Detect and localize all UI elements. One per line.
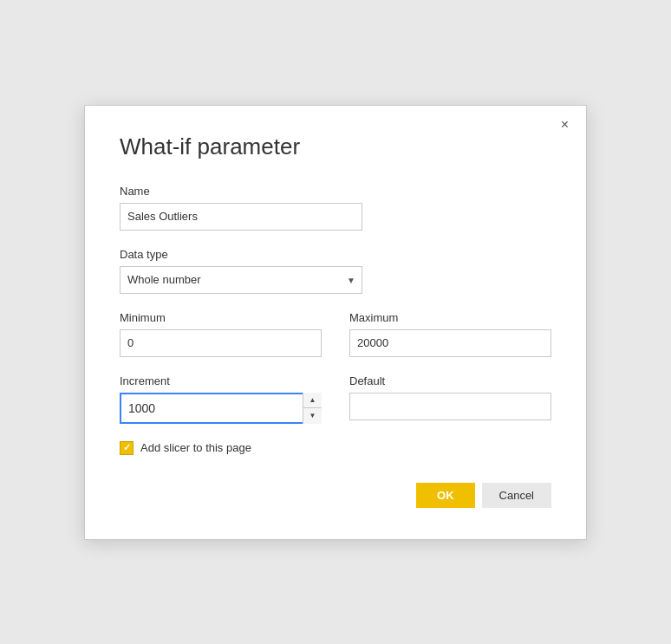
increment-group: Increment ▲ ▼ [120,374,322,424]
ok-button[interactable]: OK [416,483,475,508]
increment-input[interactable] [120,393,322,424]
default-input[interactable] [349,393,551,420]
increment-wrapper: ▲ ▼ [120,393,322,424]
increment-default-row: Increment ▲ ▼ Default [120,374,551,424]
minimum-input[interactable] [120,329,322,357]
default-label: Default [349,374,551,387]
increment-label: Increment [120,374,322,387]
name-label: Name [120,185,551,198]
dialog-footer: OK Cancel [120,483,551,508]
data-type-select[interactable]: Whole number Decimal number Fixed decima… [120,266,362,294]
maximum-input[interactable] [349,329,551,357]
data-type-section: Data type Whole number Decimal number Fi… [120,248,551,294]
minimum-label: Minimum [120,311,322,324]
minimum-group: Minimum [120,311,322,357]
min-max-row: Minimum Maximum [120,311,551,357]
add-slicer-row: ✓ Add slicer to this page [120,441,551,455]
what-if-dialog: × What-if parameter Name Data type Whole… [84,105,587,540]
spinner-buttons: ▲ ▼ [303,393,322,424]
cancel-button[interactable]: Cancel [482,483,551,508]
add-slicer-checkbox[interactable]: ✓ [120,441,134,455]
dialog-title: What-if parameter [120,133,551,160]
default-group: Default [349,374,551,424]
name-input[interactable] [120,203,362,231]
name-section: Name [120,185,551,231]
maximum-label: Maximum [349,311,551,324]
close-button[interactable]: × [556,116,574,133]
check-icon: ✓ [123,443,131,452]
spinner-down-button[interactable]: ▼ [303,408,322,424]
add-slicer-label[interactable]: Add slicer to this page [140,441,251,454]
spinner-up-button[interactable]: ▲ [303,393,322,409]
data-type-label: Data type [120,248,551,261]
maximum-group: Maximum [349,311,551,357]
data-type-wrapper: Whole number Decimal number Fixed decima… [120,266,362,294]
